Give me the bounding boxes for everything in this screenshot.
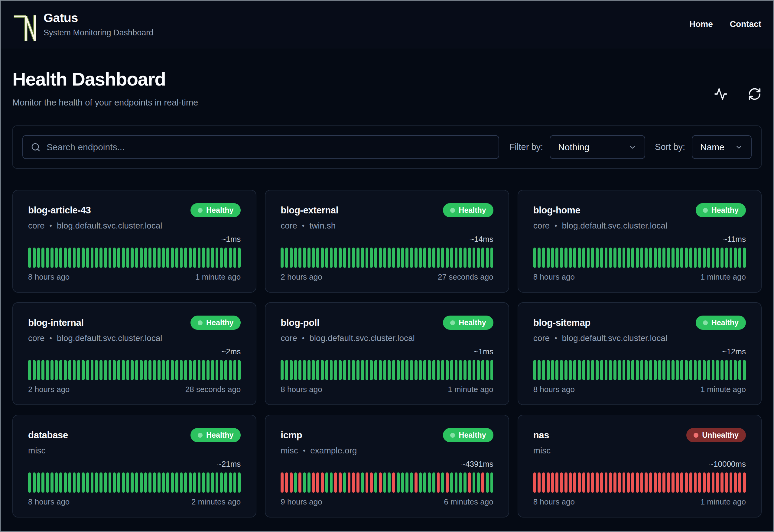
history-bar-down[interactable] [578,472,581,493]
history-bar-down[interactable] [312,472,315,493]
history-bar-up[interactable] [370,360,373,380]
history-bar-up[interactable] [343,360,346,380]
history-bar-up[interactable] [86,248,89,268]
endpoint-card[interactable]: blog-home Healthy core • blog.default.sv… [518,190,762,293]
history-bar-up[interactable] [158,360,161,380]
history-bar-down[interactable] [569,472,572,493]
history-bar-up[interactable] [140,248,143,268]
history-bar-up[interactable] [158,248,161,268]
history-bar-up[interactable] [609,360,612,380]
uptime-history-bars[interactable] [28,472,241,493]
history-bar-up[interactable] [220,248,223,268]
history-bar-up[interactable] [388,360,391,380]
history-bar-up[interactable] [542,360,545,380]
history-bar-up[interactable] [486,360,489,380]
endpoint-card[interactable]: icmp Healthy misc • example.org ~4391ms … [265,415,509,517]
history-bar-up[interactable] [122,360,125,380]
history-bar-up[interactable] [582,360,585,380]
history-bar-up[interactable] [294,472,297,493]
history-bar-up[interactable] [113,472,116,493]
history-bar-up[interactable] [725,360,728,380]
history-bar-up[interactable] [645,248,648,268]
history-bar-up[interactable] [312,248,315,268]
history-bar-up[interactable] [171,472,174,493]
history-bar-up[interactable] [636,248,639,268]
history-bar-down[interactable] [573,472,576,493]
history-bar-down[interactable] [703,472,706,493]
history-bar-up[interactable] [189,360,192,380]
history-bar-up[interactable] [91,360,94,380]
history-bar-up[interactable] [68,360,71,380]
history-bar-up[interactable] [383,248,386,268]
history-bar-down[interactable] [613,472,616,493]
history-bar-up[interactable] [77,472,80,493]
history-bar-up[interactable] [28,360,31,380]
history-bar-up[interactable] [144,248,147,268]
history-bar-up[interactable] [294,248,297,268]
history-bar-up[interactable] [720,248,724,268]
history-bar-up[interactable] [73,360,76,380]
history-bar-up[interactable] [193,472,196,493]
history-bar-up[interactable] [126,248,129,268]
history-bar-up[interactable] [37,248,40,268]
history-bar-up[interactable] [325,472,328,493]
history-bar-down[interactable] [547,472,550,493]
history-bar-up[interactable] [569,248,572,268]
history-bar-down[interactable] [605,472,608,493]
history-bar-up[interactable] [233,248,236,268]
history-bar-up[interactable] [730,248,733,268]
history-bar-up[interactable] [290,360,293,380]
history-bar-up[interactable] [707,360,710,380]
history-bar-up[interactable] [631,360,634,380]
history-bar-up[interactable] [392,360,395,380]
history-bar-up[interactable] [198,360,201,380]
history-bar-up[interactable] [605,360,608,380]
history-bar-up[interactable] [82,248,85,268]
history-bar-up[interactable] [468,248,471,268]
history-bar-up[interactable] [77,360,80,380]
uptime-history-bars[interactable] [281,248,493,268]
history-bar-down[interactable] [437,472,440,493]
history-bar-up[interactable] [281,248,284,268]
history-bar-up[interactable] [131,248,134,268]
history-bar-up[interactable] [339,248,342,268]
history-bar-up[interactable] [99,360,102,380]
history-bar-up[interactable] [28,248,31,268]
history-bar-down[interactable] [285,472,288,493]
history-bar-up[interactable] [738,360,741,380]
history-bar-up[interactable] [551,248,554,268]
history-bar-up[interactable] [725,248,728,268]
history-bar-up[interactable] [148,360,151,380]
history-bar-down[interactable] [481,472,484,493]
history-bar-up[interactable] [303,472,306,493]
uptime-history-bars[interactable] [533,248,746,268]
history-bar-up[interactable] [46,360,49,380]
history-bar-up[interactable] [50,472,54,493]
history-bar-up[interactable] [463,248,467,268]
history-bar-up[interactable] [405,248,408,268]
history-bar-up[interactable] [685,360,688,380]
history-bar-down[interactable] [698,472,701,493]
history-bar-up[interactable] [459,248,462,268]
history-bar-up[interactable] [117,248,120,268]
history-bar-up[interactable] [356,248,359,268]
history-bar-up[interactable] [202,360,205,380]
history-bar-up[interactable] [486,248,489,268]
history-bar-down[interactable] [712,472,715,493]
history-bar-up[interactable] [104,248,107,268]
history-bar-up[interactable] [352,360,355,380]
history-bar-up[interactable] [46,248,49,268]
nav-link-home[interactable]: Home [689,19,713,29]
history-bar-up[interactable] [175,472,178,493]
history-bar-up[interactable] [211,248,214,268]
history-bar-up[interactable] [383,360,386,380]
history-bar-up[interactable] [578,360,581,380]
history-bar-up[interactable] [224,360,227,380]
history-bar-up[interactable] [432,360,435,380]
history-bar-down[interactable] [654,472,657,493]
history-bar-up[interactable] [64,360,67,380]
history-bar-down[interactable] [640,472,643,493]
history-bar-up[interactable] [490,248,493,268]
history-bar-up[interactable] [533,248,536,268]
history-bar-up[interactable] [73,472,76,493]
